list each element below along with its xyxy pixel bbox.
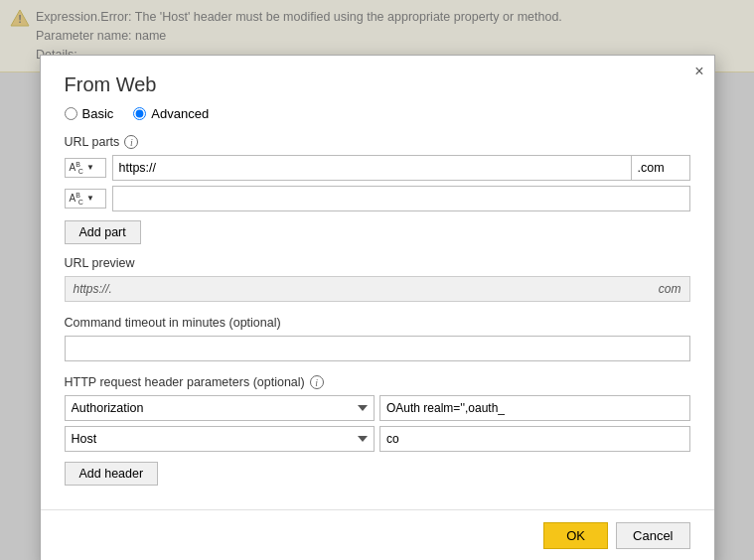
url-part-2-input[interactable]	[112, 186, 690, 211]
from-web-dialog: × From Web Basic Advanced URL parts i	[40, 55, 715, 560]
radio-basic-input[interactable]	[65, 107, 77, 120]
url-part-1-left-input[interactable]	[112, 155, 631, 181]
http-headers-label: HTTP request header parameters (optional…	[65, 375, 690, 389]
url-part-2-badge-text: ABC	[70, 192, 83, 206]
headers-grid: Authorization Host Content-Type Accept U…	[65, 395, 690, 452]
add-header-button[interactable]: Add header	[65, 462, 159, 486]
dialog-overlay: × From Web Basic Advanced URL parts i	[0, 0, 754, 560]
mode-radio-group: Basic Advanced	[65, 106, 690, 121]
timeout-label: Command timeout in minutes (optional)	[65, 316, 690, 330]
header-key-select-1[interactable]: Authorization Host Content-Type Accept U…	[65, 395, 376, 421]
timeout-input[interactable]	[65, 336, 690, 361]
radio-basic-label: Basic	[82, 106, 114, 121]
url-part-row-1: ABC ▼	[65, 155, 690, 181]
radio-advanced[interactable]: Advanced	[133, 106, 209, 121]
dialog-title: From Web	[41, 56, 714, 106]
close-button[interactable]: ×	[694, 64, 703, 79]
url-part-1-type-selector[interactable]: ABC ▼	[65, 158, 106, 178]
dialog-body: Basic Advanced URL parts i ABC ▼	[41, 106, 714, 501]
url-preview-right: com	[659, 282, 681, 296]
url-preview-box: https://. com	[65, 276, 690, 302]
add-part-button[interactable]: Add part	[65, 220, 141, 244]
url-part-row-2: ABC ▼	[65, 186, 690, 211]
http-headers-info-icon[interactable]: i	[310, 375, 324, 389]
url-part-2-chevron: ▼	[86, 194, 94, 203]
url-part-1-chevron: ▼	[86, 163, 94, 172]
url-preview-left: https://.	[74, 282, 112, 296]
header-key-select-2[interactable]: Authorization Host Content-Type Accept U…	[65, 426, 376, 452]
url-part-1-right-input[interactable]	[631, 155, 690, 181]
url-preview-label: URL preview	[65, 256, 690, 270]
ok-button[interactable]: OK	[543, 522, 608, 549]
url-part-1-badge-text: ABC	[70, 161, 83, 175]
dialog-footer: OK Cancel	[41, 509, 714, 560]
url-split-row	[112, 155, 690, 181]
url-parts-label: URL parts i	[65, 135, 690, 149]
url-parts-info-icon[interactable]: i	[124, 135, 138, 149]
radio-advanced-input[interactable]	[133, 107, 146, 120]
header-value-input-2[interactable]	[379, 426, 690, 452]
radio-advanced-label: Advanced	[151, 106, 209, 121]
url-part-2-type-selector[interactable]: ABC ▼	[65, 189, 106, 209]
header-value-input-1[interactable]	[379, 395, 690, 421]
cancel-button[interactable]: Cancel	[616, 522, 689, 549]
radio-basic[interactable]: Basic	[65, 106, 114, 121]
